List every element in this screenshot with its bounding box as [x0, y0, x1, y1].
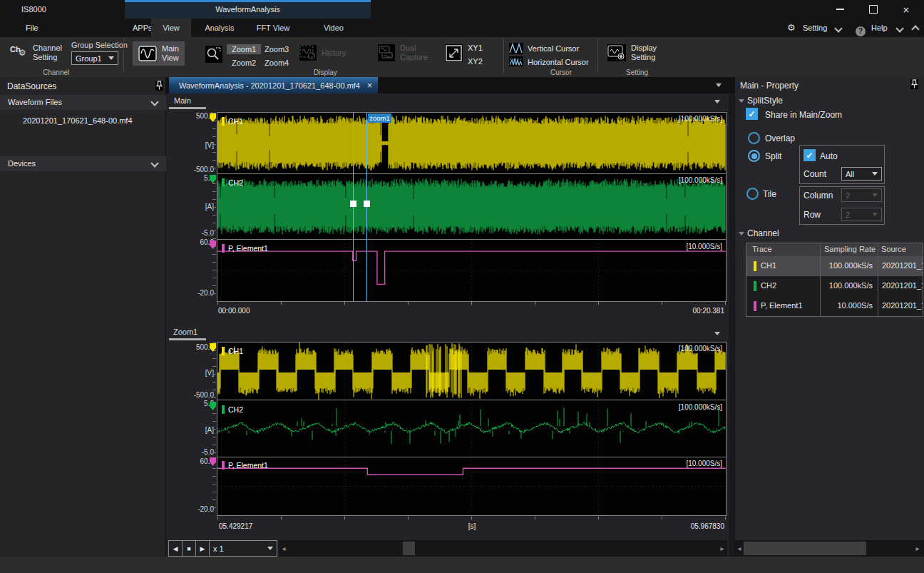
display-setting-button[interactable]: DisplaySetting — [607, 44, 657, 62]
table-row-ch2[interactable]: CH2 100.000kS/s 20201201_1 — [746, 276, 923, 296]
app-tab-waveformanalysis[interactable]: WaveformAnalysis — [125, 0, 371, 19]
stop-button[interactable]: ■ — [183, 541, 196, 557]
main-view-button[interactable]: MainView — [133, 41, 185, 66]
tab-list-dropdown-icon[interactable] — [716, 83, 722, 87]
scroll-right-icon[interactable]: ▸ — [913, 540, 923, 557]
auto-label: Auto — [820, 151, 838, 161]
tab-view[interactable]: View — [151, 19, 191, 37]
table-row-ch1[interactable]: CH1 100.000kS/s 20201201_1 — [746, 256, 923, 276]
zoom-region-left-handle[interactable] — [350, 201, 356, 207]
zoom-ch1-rate: [100.000kS/s] — [630, 345, 722, 353]
main-ch3-rate: [10.000S/s] — [630, 243, 722, 250]
vertical-cursor-button[interactable]: Vertical Cursor — [528, 44, 579, 53]
cell-source: 20201201_1 — [882, 261, 923, 270]
zoom-ch3-ymin: -20.0 — [170, 505, 214, 513]
playback-speed-dropdown[interactable]: x 1 — [210, 541, 277, 556]
close-button[interactable]: × — [895, 0, 917, 19]
menu-file[interactable]: File — [26, 24, 38, 32]
row-dropdown[interactable]: 2 — [841, 208, 882, 221]
horizontal-cursor-button[interactable]: Horizontal Cursor — [528, 58, 589, 66]
waveform-files-chevron-icon — [150, 98, 158, 106]
zoom-ch3-ymax: 60.0 — [170, 457, 214, 465]
zoom-ch2-ymax: 5.0 — [170, 400, 214, 407]
cell-source: 20201201_1 — [882, 281, 923, 290]
col-source[interactable]: Source — [881, 245, 906, 253]
table-row-p-element1[interactable]: P, Element1 10.000S/s 20201201_1 — [746, 296, 923, 316]
zoom4-button[interactable]: Zoom4 — [260, 58, 294, 68]
gear-icon: ⚙ — [787, 22, 796, 33]
xy-icon — [445, 44, 463, 62]
waveform-file-item[interactable]: 20201201_170621_648-00.mf4 — [23, 116, 133, 125]
column-dropdown[interactable]: 2 — [841, 188, 882, 202]
cell-rate: 100.000kS/s — [816, 281, 873, 290]
zoom2-button[interactable]: Zoom2 — [227, 58, 261, 68]
channel-section-header[interactable]: Channel — [747, 228, 779, 238]
zoom-ch1-ymax: 500.0 — [170, 343, 214, 351]
xy2-button[interactable]: XY2 — [468, 57, 483, 66]
zoom-panel-label[interactable]: Zoom1 — [173, 328, 197, 336]
menu-apps[interactable]: APPs — [133, 24, 153, 32]
overlap-radio[interactable] — [748, 132, 760, 144]
property-pin-icon[interactable] — [910, 79, 918, 89]
dual-capture-button[interactable]: DualCapture — [378, 44, 428, 62]
col-sampling-rate[interactable]: Sampling Rate — [824, 245, 876, 253]
maximize-button[interactable] — [863, 0, 884, 19]
history-icon — [299, 45, 317, 61]
zoom-time-ticks — [217, 517, 726, 519]
help-menu[interactable]: Help — [871, 24, 888, 32]
col-trace[interactable]: Trace — [752, 245, 772, 253]
tab-video[interactable]: Video — [314, 19, 354, 37]
document-tab[interactable]: WaveformAnalysis - 20201201_170621_648-0… — [169, 77, 378, 93]
scroll-right-icon[interactable]: ▸ — [717, 540, 727, 557]
tab-analysis[interactable]: Analysis — [198, 19, 241, 37]
minimize-button[interactable] — [829, 0, 851, 19]
group-selection-label: Group Selection — [71, 41, 128, 49]
play-button[interactable]: ▶ — [196, 541, 210, 557]
panel-h-scrollbar-thumb[interactable] — [744, 542, 866, 555]
panel-h-scrollbar[interactable]: ◂ ▸ — [734, 540, 924, 557]
setting-menu[interactable]: Setting — [803, 24, 827, 32]
zoom1-button[interactable]: Zoom1 — [227, 44, 261, 54]
doc-v-scrollbar[interactable] — [729, 93, 734, 557]
zoom-ch2-rate: [100.000kS/s] — [630, 403, 722, 411]
stop-icon: ■ — [187, 545, 190, 552]
document-tab-close-icon[interactable]: × — [367, 81, 372, 91]
group-selection-dropdown[interactable]: Group1 — [71, 51, 118, 65]
sidebar-section-devices[interactable]: Devices — [0, 156, 166, 171]
share-checkbox[interactable] — [746, 108, 758, 120]
zoom-region-left-line[interactable] — [353, 113, 354, 301]
zoom3-button[interactable]: Zoom3 — [260, 44, 294, 54]
channel-collapse-icon[interactable] — [739, 232, 744, 235]
main-h-scrollbar-thumb[interactable] — [403, 542, 415, 555]
splitstyle-header[interactable]: SplitStyle — [747, 96, 783, 106]
count-dropdown[interactable]: All — [841, 167, 882, 181]
xy1-button[interactable]: XY1 — [468, 44, 483, 52]
display-setting-icon — [607, 44, 626, 61]
history-button[interactable]: History — [299, 45, 346, 61]
count-label: Count — [804, 169, 826, 179]
dropdown-arrow-icon — [872, 193, 878, 197]
zoom-time-start: 05.429217 — [219, 522, 252, 530]
dropdown-arrow-icon — [872, 172, 878, 176]
channel-setting-button[interactable]: ChannelSetting — [33, 44, 62, 62]
main-panel-label[interactable]: Main — [174, 96, 191, 105]
zoom-panel-menu-icon[interactable] — [714, 332, 720, 335]
tab-fft-view[interactable]: FFT View — [251, 19, 295, 37]
zoom-region-right-handle[interactable] — [364, 201, 370, 207]
zoom-waveform-plot[interactable] — [217, 342, 727, 516]
zoom-region-right-line[interactable] — [366, 113, 367, 301]
minimize-icon — [836, 9, 844, 10]
sidebar-section-waveform-files[interactable]: Waveform Files — [0, 95, 166, 110]
main-waveform-plot[interactable] — [217, 112, 727, 302]
scroll-left-icon[interactable]: ◂ — [734, 540, 744, 557]
split-radio[interactable] — [748, 150, 760, 162]
scroll-left-icon[interactable]: ◂ — [279, 540, 289, 557]
vertical-cursor-icon — [509, 43, 523, 54]
splitstyle-collapse-icon[interactable] — [739, 99, 744, 103]
auto-checkbox[interactable] — [804, 149, 816, 161]
main-panel-menu-icon[interactable] — [714, 100, 720, 103]
main-h-scrollbar[interactable]: ◂ ▸ — [279, 540, 727, 557]
tile-radio[interactable] — [746, 188, 759, 200]
step-back-button[interactable]: ◀ — [169, 541, 183, 557]
pin-icon[interactable] — [155, 81, 163, 91]
